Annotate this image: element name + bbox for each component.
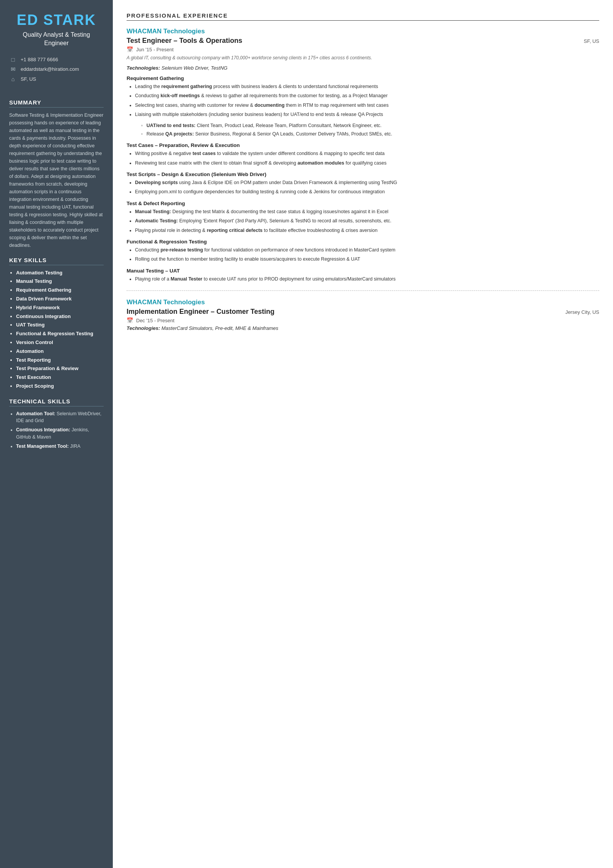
email-value: eddardstark@hiration.com <box>21 66 79 72</box>
bullet-item: Liaising with multiple stakeholders (inc… <box>135 111 599 118</box>
skill-item: Functional & Regression Testing <box>16 330 104 338</box>
subsection-title: Test Scripts – Design & Execution (Selen… <box>127 171 599 177</box>
skill-item: Manual Testing <box>16 277 104 286</box>
job-entry: WHACMAN TechnologiesImplementation Engin… <box>127 299 599 331</box>
tech-skill-item: Test Management Tool: JIRA <box>16 443 104 450</box>
main-content: PROFESSIONAL EXPERIENCE WHACMAN Technolo… <box>113 0 613 868</box>
tech-label: Technologies: <box>127 325 160 331</box>
job-entry: WHACMAN TechnologiesTest Engineer – Tool… <box>127 28 599 283</box>
job-title-row: Implementation Engineer – Customer Testi… <box>127 308 599 316</box>
tech-skill-item: Continuous Integration: Jenkins, GitHub … <box>16 426 104 441</box>
contact-list: □ +1 888 777 6666 ✉ eddardstark@hiration… <box>9 56 104 82</box>
contact-email: ✉ eddardstark@hiration.com <box>9 66 104 73</box>
skill-item: Test Reporting <box>16 356 104 364</box>
bullet-item: Conducting kick-off meetings & reviews t… <box>135 92 599 100</box>
company-name: WHACMAN Technologies <box>127 299 599 306</box>
tech-label: Technologies: <box>127 65 160 71</box>
job-location: Jersey City, US <box>565 309 599 315</box>
bullet-list: Manual Testing: Designing the test Matri… <box>127 208 599 234</box>
calendar-icon: 📅 <box>127 317 133 323</box>
sub-bullet-list: UAT/end to end tests: Client Team, Produ… <box>135 122 599 138</box>
technologies-line: Technologies: Selenium Web Driver, TestN… <box>127 65 599 71</box>
job-dates: 📅Dec '15 - Present <box>127 317 599 323</box>
experience-section-title: PROFESSIONAL EXPERIENCE <box>127 12 599 21</box>
job-description: A global IT, consulting & outsourcing co… <box>127 54 599 61</box>
subsection-title: Requirement Gathering <box>127 75 599 81</box>
bullet-item: Playing role of a Manual Tester to execu… <box>135 276 599 283</box>
dates-text: Jun '15 - Present <box>136 47 174 52</box>
bullet-item: Developing scripts using Java & Eclipse … <box>135 179 599 186</box>
skill-item: Test Preparation & Review <box>16 365 104 373</box>
bullet-item: Conducting pre-release testing for funct… <box>135 246 599 254</box>
bullet-list: Conducting pre-release testing for funct… <box>127 246 599 263</box>
contact-phone: □ +1 888 777 6666 <box>9 56 104 63</box>
location-icon: ⌂ <box>9 76 17 82</box>
summary-section-title: SUMMARY <box>9 99 104 108</box>
subsection-title: Functional & Regression Testing <box>127 239 599 245</box>
bullet-item: Writing positive & negative test cases t… <box>135 150 599 157</box>
skill-item: Test Execution <box>16 374 104 382</box>
skill-item: Project Scoping <box>16 382 104 390</box>
job-location: SF, US <box>584 38 599 44</box>
job-divider <box>127 290 599 291</box>
subsection-title: Manual Testing – UAT <box>127 268 599 274</box>
bullet-item: Selecting test cases, sharing with custo… <box>135 102 599 109</box>
bullet-item: Automatic Testing: Employing 'Extent Rep… <box>135 217 599 225</box>
sidebar: ED STARK Quality Analyst & TestingEngine… <box>0 0 113 868</box>
job-title: Test Engineer – Tools & Operations <box>127 37 242 45</box>
skill-item: Automation <box>16 348 104 356</box>
bullet-item: Manual Testing: Designing the test Matri… <box>135 208 599 215</box>
candidate-name: ED STARK <box>9 12 104 28</box>
skill-item: UAT Testing <box>16 321 104 329</box>
bullet-item: Employing pom.xml to configure dependenc… <box>135 188 599 196</box>
key-skills-list: Automation TestingManual TestingRequirem… <box>9 269 104 390</box>
bullet-item: Rolling out the function to member testi… <box>135 256 599 263</box>
company-name: WHACMAN Technologies <box>127 28 599 35</box>
tech-skills-title: TECHNICAL SKILLS <box>9 398 104 406</box>
tech-value: MasterCard Simulators, Pre-edit, MHE & M… <box>161 325 278 331</box>
sub-bullet-item: Release QA projects: Senior Business, Re… <box>141 131 599 138</box>
skill-item: Version Control <box>16 339 104 347</box>
bullet-list: Writing positive & negative test cases t… <box>127 150 599 167</box>
email-icon: ✉ <box>9 66 17 73</box>
bullet-list: Playing role of a Manual Tester to execu… <box>127 276 599 283</box>
bullet-item: Playing pivotal role in detecting & repo… <box>135 227 599 234</box>
calendar-icon: 📅 <box>127 46 133 52</box>
bullet-item: Leading the requirement gathering proces… <box>135 83 599 90</box>
subsection-title: Test & Defect Reporting <box>127 201 599 206</box>
skill-item: Requirement Gathering <box>16 286 104 294</box>
job-title: Implementation Engineer – Customer Testi… <box>127 308 275 316</box>
phone-icon: □ <box>9 56 17 63</box>
sub-bullet-item: UAT/end to end tests: Client Team, Produ… <box>141 122 599 129</box>
bullet-item: Reviewing test case matrix with the clie… <box>135 160 599 167</box>
contact-location: ⌂ SF, US <box>9 76 104 82</box>
skill-item: Automation Testing <box>16 269 104 277</box>
tech-skill-item: Automation Tool: Selenium WebDriver, IDE… <box>16 410 104 425</box>
skill-item: Continuous Integration <box>16 313 104 321</box>
job-title-row: Test Engineer – Tools & OperationsSF, US <box>127 37 599 45</box>
tech-skills-list: Automation Tool: Selenium WebDriver, IDE… <box>9 410 104 450</box>
dates-text: Dec '15 - Present <box>136 318 174 323</box>
skill-item: Data Driven Framework <box>16 295 104 303</box>
key-skills-title: KEY SKILLS <box>9 257 104 265</box>
job-dates: 📅Jun '15 - Present <box>127 46 599 52</box>
phone-value: +1 888 777 6666 <box>21 57 58 62</box>
technologies-line: Technologies: MasterCard Simulators, Pre… <box>127 325 599 331</box>
bullet-list: Leading the requirement gathering proces… <box>127 83 599 138</box>
title-text: Quality Analyst & TestingEngineer <box>23 31 90 46</box>
bullet-list: Developing scripts using Java & Eclipse … <box>127 179 599 196</box>
tech-value: Selenium Web Driver, TestNG <box>161 65 228 71</box>
subsection-title: Test Cases – Preparation, Review & Execu… <box>127 142 599 148</box>
summary-text: Software Testing & Implementation Engine… <box>9 111 104 249</box>
location-value: SF, US <box>21 76 36 82</box>
candidate-title: Quality Analyst & TestingEngineer <box>9 31 104 48</box>
skill-item: Hybrid Framework <box>16 304 104 312</box>
